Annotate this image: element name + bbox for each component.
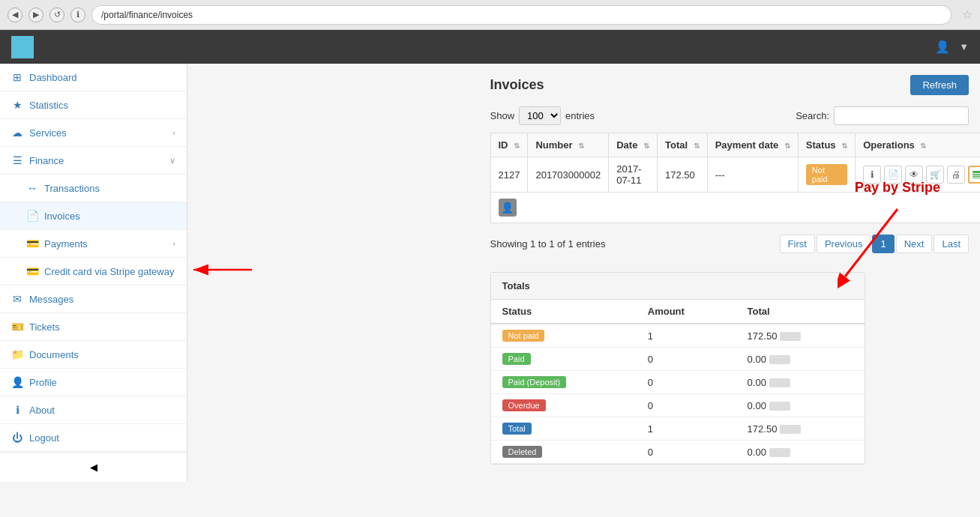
totals-amount-deleted: 0	[637, 441, 736, 464]
totals-row-deleted: Deleted 0 0.00	[491, 441, 865, 464]
id-sort-icon[interactable]: ⇅	[514, 142, 520, 150]
paid-bar	[769, 355, 790, 364]
total-sort-icon[interactable]: ⇅	[694, 142, 700, 150]
sidebar-item-profile[interactable]: 👤 Profile	[0, 369, 187, 396]
sidebar-label-documents: Documents	[29, 349, 79, 360]
payments-icon: 💳	[26, 238, 38, 250]
totals-total-total: 172.50	[736, 417, 865, 441]
totals-status-overdue: Overdue	[491, 394, 637, 417]
user-icon: 👤	[935, 40, 950, 54]
sidebar-label-statistics: Statistics	[29, 100, 68, 111]
show-label: Show	[490, 110, 515, 121]
totals-amount-overdue: 0	[637, 394, 736, 417]
svg-rect-2	[973, 171, 980, 173]
sidebar-label-payments: Payments	[44, 238, 88, 250]
refresh-button[interactable]: ↺	[49, 7, 64, 22]
sidebar-label-services: Services	[29, 127, 67, 139]
next-page-button[interactable]: Next	[896, 235, 933, 253]
col-number: Number ⇅	[528, 133, 609, 157]
sidebar-item-about[interactable]: ℹ About	[0, 396, 187, 424]
page-1-button[interactable]: 1	[872, 235, 894, 253]
cart-op-button[interactable]: 🛒	[926, 166, 944, 184]
sidebar-item-services[interactable]: ☁ Services ›	[0, 119, 187, 147]
sidebar-item-finance[interactable]: ☰ Finance ∨	[0, 147, 187, 175]
totals-total-paid: 0.00	[736, 348, 865, 371]
status-sort-icon[interactable]: ⇅	[841, 142, 847, 150]
totals-row-paid-deposit: Paid (Deposit) 0 0.00	[491, 371, 865, 394]
not-paid-bar	[780, 332, 801, 341]
col-status: Status ⇅	[798, 133, 855, 157]
documents-icon: 📁	[11, 348, 23, 360]
sidebar-item-tickets[interactable]: 🎫 Tickets	[0, 313, 187, 341]
totals-panel: Totals Status Amount Total Not paid	[490, 272, 865, 465]
logo-box	[11, 36, 34, 58]
info-op-button[interactable]: ℹ	[863, 166, 881, 184]
sidebar-label-logout: Logout	[29, 432, 59, 444]
search-input[interactable]	[834, 106, 969, 125]
view-op-button[interactable]: 👁	[905, 166, 923, 184]
payment-date-sort-icon[interactable]: ⇅	[784, 142, 790, 150]
url-bar[interactable]: /portal/finance/invoices	[91, 5, 952, 25]
cell-total: 172.50	[657, 157, 707, 193]
cell-payment-date: ---	[707, 157, 798, 193]
info-button[interactable]: ℹ	[70, 7, 85, 22]
last-page-button[interactable]: Last	[934, 235, 969, 253]
services-icon: ☁	[11, 127, 23, 139]
sidebar-item-statistics[interactable]: ★ Statistics	[0, 91, 187, 119]
deleted-bar	[769, 448, 790, 457]
pagination-area: Showing 1 to 1 of 1 entries First Previo…	[490, 231, 970, 257]
entries-select[interactable]: 100 10 25 50	[519, 106, 561, 125]
sidebar-item-logout[interactable]: ⏻ Logout	[0, 424, 187, 452]
totals-total-not-paid: 172.50	[736, 324, 865, 348]
logo-area	[11, 36, 40, 58]
messages-icon: ✉	[11, 293, 23, 305]
content-area: Invoices Refresh Show 100 10 25 50 entri…	[479, 64, 981, 517]
refresh-button[interactable]: Refresh	[910, 75, 969, 95]
sidebar-label-dashboard: Dashboard	[29, 72, 77, 83]
totals-amount-paid: 0	[637, 348, 736, 371]
stripe-op-button[interactable]	[968, 166, 980, 184]
bookmark-icon[interactable]: ☆	[962, 7, 973, 22]
sidebar-item-payments[interactable]: 💳 Payments ›	[0, 230, 187, 258]
finance-icon: ☰	[11, 154, 23, 166]
svg-rect-5	[973, 178, 980, 178]
sidebar-label-finance: Finance	[29, 155, 64, 166]
browser-bar: ◀ ▶ ↺ ℹ /portal/finance/invoices ☆	[0, 0, 980, 30]
col-id: ID ⇅	[490, 133, 528, 157]
previous-page-button[interactable]: Previous	[817, 235, 871, 253]
showing-text: Showing 1 to 1 of 1 entries	[490, 238, 606, 250]
forward-button[interactable]: ▶	[28, 7, 43, 22]
sidebar-item-messages[interactable]: ✉ Messages	[0, 285, 187, 313]
not-paid-badge: Not paid	[502, 330, 545, 342]
sidebar-item-transactions[interactable]: ↔ Transactions	[0, 175, 187, 202]
user-dropdown-arrow[interactable]: ▼	[959, 41, 969, 52]
invoices-arrow-annotation	[186, 258, 253, 283]
print-op-button[interactable]: 🖨	[947, 166, 965, 184]
user-area[interactable]: 👤 ▼	[935, 40, 969, 54]
sidebar-label-invoices: Invoices	[44, 211, 80, 222]
number-sort-icon[interactable]: ⇅	[578, 142, 584, 150]
first-page-button[interactable]: First	[780, 235, 815, 253]
transactions-icon: ↔	[26, 182, 38, 194]
sidebar-collapse-button[interactable]: ◀	[0, 452, 187, 482]
totals-status-deleted: Deleted	[491, 441, 637, 464]
paid-badge: Paid	[502, 353, 531, 365]
search-label: Search:	[796, 110, 829, 121]
entries-label: entries	[565, 110, 595, 121]
status-badge: Not paid	[806, 164, 847, 185]
date-sort-icon[interactable]: ⇅	[643, 142, 649, 150]
sidebar-item-credit-card[interactable]: 💳 Credit card via Stripe gateway	[0, 258, 187, 285]
table-row-avatar: 👤	[490, 193, 980, 223]
back-button[interactable]: ◀	[7, 7, 22, 22]
sidebar-item-invoices[interactable]: 📄 Invoices	[0, 202, 187, 230]
operations-sort-icon[interactable]: ⇅	[920, 142, 926, 150]
pdf-op-button[interactable]: 📄	[884, 166, 902, 184]
sidebar-label-messages: Messages	[29, 294, 73, 305]
finance-chevron-icon: ∨	[169, 156, 175, 166]
sidebar-item-documents[interactable]: 📁 Documents	[0, 341, 187, 369]
cell-date: 2017-07-11	[609, 157, 658, 193]
totals-status-paid-deposit: Paid (Deposit)	[491, 371, 637, 394]
about-icon: ℹ	[11, 404, 23, 416]
sidebar-item-dashboard[interactable]: ⊞ Dashboard	[0, 64, 187, 91]
totals-row-paid: Paid 0 0.00	[491, 348, 865, 371]
